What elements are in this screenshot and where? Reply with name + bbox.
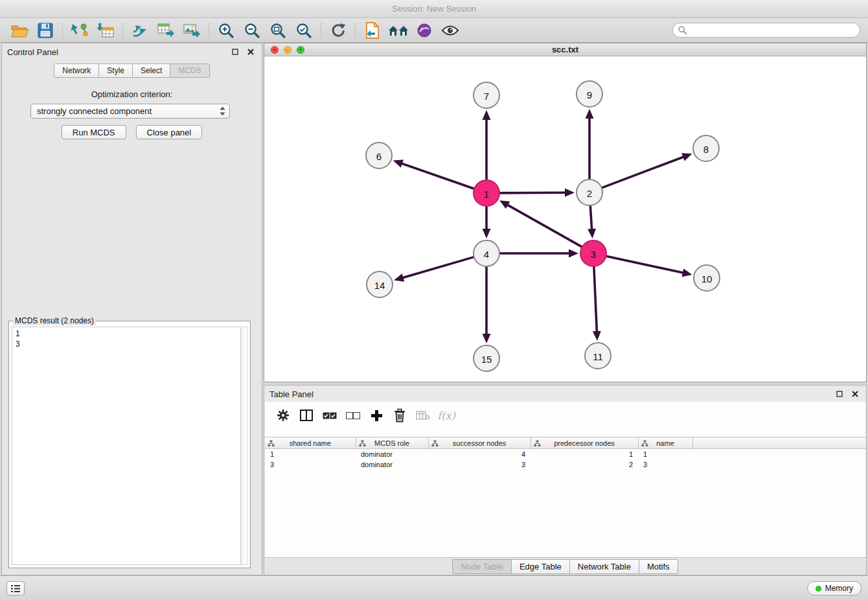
edge-arrowhead-icon [565,189,575,197]
close-panel-icon[interactable] [849,388,861,400]
minimize-window-icon[interactable]: − [284,46,291,54]
control-panel: Control Panel Network Style Select MCDS … [1,43,262,575]
search-icon [678,26,687,34]
tab-node-table[interactable]: Node Table [452,559,512,574]
open-session-icon[interactable] [6,19,32,41]
graph-edge-3-1[interactable] [507,205,581,247]
table-panel-tabs: Node Table Edge Table Network Table Moti… [264,557,866,575]
table-row[interactable]: 1dominator411 [265,449,865,459]
graph-node-label: 14 [374,280,385,291]
graph-edge-1-6[interactable] [401,163,474,189]
tab-network[interactable]: Network [54,63,99,78]
import-network-icon[interactable] [67,19,93,41]
search-input[interactable] [687,26,860,35]
zoom-fit-icon[interactable] [265,19,291,41]
edge-arrowhead-icon [569,249,578,258]
table-panel-header: Table Panel [264,386,866,402]
graph-node-label: 2 [587,188,592,199]
table-settings-gear-icon[interactable] [271,405,295,426]
export-table-icon[interactable] [153,19,179,41]
table-panel-title: Table Panel [269,389,314,399]
dropdown-value: strongly connected component [37,106,220,116]
edge-arrowhead-icon [586,109,594,119]
close-panel-button[interactable]: Close panel [136,125,203,139]
tab-select[interactable]: Select [133,63,170,78]
column-header-label: successor nodes [453,439,507,447]
network-canvas[interactable]: 7968124314101511 [264,56,866,382]
graph-edge-2-8[interactable] [602,157,685,188]
tab-edge-table[interactable]: Edge Table [512,559,570,574]
float-panel-icon[interactable] [229,46,241,58]
graph-edge-2-3[interactable] [590,206,591,230]
control-panel-title: Control Panel [7,47,58,57]
column-header-predecessor-nodes[interactable]: predecessor nodes [531,437,638,449]
zoom-in-icon[interactable] [213,19,239,41]
edge-arrowhead-icon [393,159,404,167]
deselect-all-icon[interactable] [341,405,365,426]
graph-edge-3-10[interactable] [607,256,684,273]
list-icon [11,585,20,592]
zoom-selected-icon[interactable] [291,19,317,41]
refresh-icon[interactable] [325,19,351,41]
zoom-out-icon[interactable] [239,19,265,41]
run-mcds-button[interactable]: Run MCDS [62,125,126,139]
status-bar: Memory [0,575,868,600]
mcds-result-box: MCDS result (2 nodes) 13 [8,321,251,568]
tab-style[interactable]: Style [99,63,133,78]
column-header-filler [692,437,865,449]
main-toolbar [0,18,868,43]
export-network-icon[interactable] [127,19,153,41]
add-column-icon[interactable] [365,405,388,426]
memory-button[interactable]: Memory [807,581,862,595]
select-all-icon[interactable] [318,405,341,426]
delete-column-icon[interactable] [388,405,411,426]
column-header-name[interactable]: name [638,437,692,449]
search-box[interactable] [672,23,860,38]
import-table-icon[interactable] [93,19,119,41]
result-line: 1 [16,329,237,339]
memory-label: Memory [825,584,853,593]
column-header-successor-nodes[interactable]: successor nodes [428,437,531,449]
graph-edge-1-2[interactable] [500,192,566,193]
close-window-icon[interactable]: × [271,46,279,54]
save-session-icon[interactable] [32,19,58,41]
show-columns-icon[interactable] [295,405,318,426]
column-header-shared-name[interactable]: shared name [265,437,356,449]
style-painter-icon[interactable] [411,19,437,41]
result-line: 3 [16,339,237,349]
graph-node-label: 7 [484,91,489,102]
close-panel-icon[interactable] [245,46,257,58]
edge-arrowhead-icon [483,334,491,343]
export-image-icon[interactable] [179,19,205,41]
maximize-window-icon[interactable]: + [297,46,304,54]
graph-edge-4-14[interactable] [402,257,474,278]
table-cell: 3 [265,459,356,470]
table-panel: Table Panel [264,385,867,575]
table-cell: dominator [356,449,428,459]
column-header-MCDS-role[interactable]: MCDS role [356,437,428,449]
network-window-titlebar[interactable]: scc.txt × − + [264,43,866,56]
eye-icon[interactable] [437,19,463,41]
table-cell: 3 [428,459,531,470]
graph-node-label: 8 [703,144,709,155]
tab-motifs[interactable]: Motifs [639,559,678,574]
edge-arrowhead-icon [681,153,692,161]
table-row[interactable]: 3dominator323 [265,459,865,470]
window-controls: × − + [271,46,304,54]
graph-edge-3-11[interactable] [594,267,597,332]
clone-network-icon[interactable] [360,19,385,41]
result-scrollbar[interactable] [242,327,248,565]
float-panel-icon[interactable] [834,388,845,400]
edge-arrowhead-icon [483,229,491,238]
tab-network-table[interactable]: Network Table [570,559,639,574]
tab-mcds[interactable]: MCDS [170,63,209,78]
first-neighbors-icon[interactable] [385,19,411,41]
graph-node-label: 6 [376,151,382,162]
optimization-dropdown[interactable]: strongly connected component [30,104,230,119]
mcds-result-title: MCDS result (2 nodes) [13,316,96,325]
graph-node-label: 3 [591,249,596,260]
task-history-button[interactable] [6,581,25,595]
table-cell: 2 [531,459,638,470]
sort-hierarchy-icon [359,440,366,448]
toolbar-separator [209,22,209,39]
